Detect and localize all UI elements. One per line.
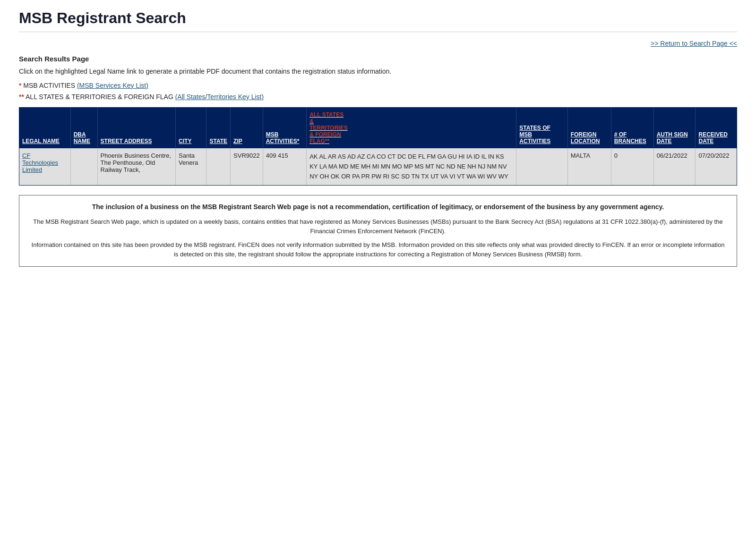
return-to-search-link[interactable]: >> Return to Search Page << — [651, 40, 737, 47]
legend-row-1: * MSB ACTIVITIES (MSB Services Key List) — [19, 82, 737, 89]
cell-auth-sign-date: 06/21/2022 — [653, 148, 696, 185]
col-foreign-location: FOREIGN LOCATION — [567, 108, 611, 148]
cell-all-states: AK AL AR AS AD AZ CA CO CT DC DE FL FM G… — [307, 148, 516, 185]
col-num-branches: # OF BRANCHES — [611, 108, 653, 148]
legend-row-2: ** ALL STATES & TERRITORIES & FOREIGN FL… — [19, 93, 737, 101]
search-description: Click on the highlighted Legal Name link… — [19, 68, 737, 75]
results-table-container: LEGAL NAME DBA NAME STREET ADDRESS CITY … — [19, 107, 737, 186]
states-text: AK AL AR AS AD AZ CA CO CT DC DE FL FM G… — [309, 153, 508, 180]
col-auth-sign-date: AUTH SIGN DATE — [653, 108, 696, 148]
disclaimer-paragraph-2: Information contained on this site has b… — [29, 240, 727, 259]
cell-state — [206, 148, 231, 185]
search-results-title: Search Results Page — [19, 55, 737, 63]
col-legal-name: LEGAL NAME — [19, 108, 70, 148]
col-msb-activities: MSB ACTIVITIES* — [263, 108, 306, 148]
cell-zip: SVR9022 — [231, 148, 263, 185]
return-link-row: >> Return to Search Page << — [19, 40, 737, 47]
col-street-address: STREET ADDRESS — [97, 108, 176, 148]
disclaimer-box: The inclusion of a business on the MSB R… — [19, 195, 737, 267]
cell-received-date: 07/20/2022 — [696, 148, 737, 185]
cell-num-branches: 0 — [611, 148, 653, 185]
all-states-key-list-link[interactable]: (All States/Territories Key List) — [175, 93, 264, 101]
legend-asterisk-2: ** — [19, 93, 24, 101]
msb-services-key-list-link[interactable]: (MSB Services Key List) — [77, 82, 148, 89]
cell-street-address: Phoenix Business Centre, The Penthouse, … — [97, 148, 176, 185]
col-received-date: RECEIVED DATE — [696, 108, 737, 148]
cell-legal-name: CF Technologies Limited — [19, 148, 70, 185]
cell-states-of-msb — [516, 148, 567, 185]
cell-city: Santa Venera — [176, 148, 206, 185]
title-divider — [19, 32, 737, 32]
col-states-of-msb: STATES OF MSB ACTIVITIES — [516, 108, 567, 148]
legend-text-1: MSB ACTIVITIES — [23, 82, 77, 89]
all-states-label-part2: ** — [325, 138, 329, 144]
table-row: CF Technologies Limited Phoenix Business… — [19, 148, 737, 185]
legend-asterisk-1: * — [19, 82, 21, 89]
results-table: LEGAL NAME DBA NAME STREET ADDRESS CITY … — [19, 108, 737, 185]
page-title: MSB Registrant Search — [19, 9, 737, 27]
col-all-states: ALL STATES&TERRITORIES& FOREIGNFLAG** — [307, 108, 516, 148]
col-dba-name: DBA NAME — [70, 108, 97, 148]
col-state: STATE — [206, 108, 231, 148]
legend-text-2: ALL STATES & TERRITORIES & FOREIGN FLAG — [26, 93, 175, 101]
disclaimer-bold: The inclusion of a business on the MSB R… — [29, 203, 727, 211]
table-header-row: LEGAL NAME DBA NAME STREET ADDRESS CITY … — [19, 108, 737, 148]
col-city: CITY — [176, 108, 206, 148]
disclaimer-paragraph-1: The MSB Registrant Search Web page, whic… — [29, 217, 727, 236]
cell-foreign-location: MALTA — [567, 148, 611, 185]
cell-dba-name — [70, 148, 97, 185]
legal-name-link[interactable]: CF Technologies Limited — [22, 152, 58, 173]
col-zip: ZIP — [231, 108, 263, 148]
cell-msb-activities: 409 415 — [263, 148, 306, 185]
